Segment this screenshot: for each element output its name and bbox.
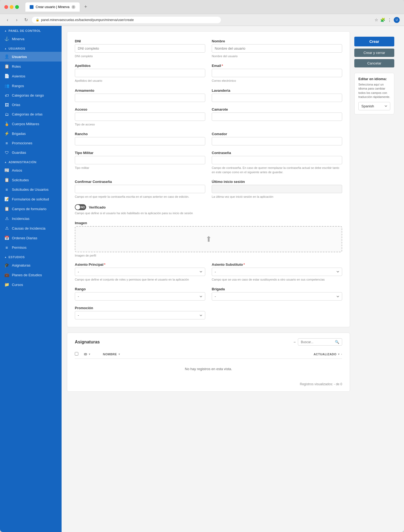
asignaturas-search-input[interactable] <box>301 340 333 344</box>
browser-tab[interactable]: Crear usuario | Minerva ✕ <box>25 2 80 12</box>
sidebar-item-asientos[interactable]: 📄 Asientos <box>0 71 62 81</box>
contrasena-group: Contraseña Campo de contraseña. En caso … <box>212 151 342 174</box>
sidebar-item-guardias[interactable]: 🛡 Guardias <box>0 148 62 157</box>
sidebar-item-planes[interactable]: 💼 Planes de Estudios <box>0 270 62 280</box>
asiento-principal-select[interactable]: - <box>75 268 205 276</box>
nombre-input[interactable] <box>212 44 342 53</box>
armamento-input[interactable] <box>75 94 205 102</box>
email-input[interactable] <box>212 69 342 77</box>
comedor-input[interactable] <box>212 137 342 145</box>
col-nombre-header[interactable]: NOMBRE ▼ <box>103 353 311 356</box>
rancho-input[interactable] <box>75 137 205 145</box>
imagen-section: Imagen ⬆ Imagen de perfil <box>75 221 342 257</box>
select-all-checkbox[interactable] <box>75 352 78 356</box>
sidebar-item-campos-formulario[interactable]: 📋 Campos de formulario <box>0 204 62 214</box>
usuarios-section-label: USUARIOS <box>8 47 25 50</box>
menu-icon[interactable]: ⋮ <box>388 18 392 22</box>
crear-button[interactable]: Crear <box>354 37 394 46</box>
dni-label: DNI <box>75 39 205 43</box>
collapse-icon-usuarios: ▲ <box>4 47 7 50</box>
asiento-substituto-hint: Campo que se usa en caso de estar sustit… <box>212 278 342 282</box>
sidebar-item-brigadas[interactable]: ⚡ Brigadas <box>0 129 62 138</box>
crear-cerrar-button[interactable]: Crear y cerrar <box>354 49 394 57</box>
sidebar-item-categorias-rango[interactable]: 🏷 Categorías de rango <box>0 91 62 100</box>
sidebar-item-minerva[interactable]: ⚓ Minerva <box>0 34 62 44</box>
sidebar-item-asignaturas[interactable]: 🎓 Asignaturas <box>0 260 62 270</box>
sidebar-item-avisos[interactable]: 📰 Avisos <box>0 165 62 175</box>
contrasena-input[interactable] <box>212 156 342 164</box>
sort-nombre-icon: ▼ <box>118 353 120 356</box>
bookmark-icon[interactable]: ☆ <box>375 18 378 22</box>
sidebar-item-cursos[interactable]: 📁 Cursos <box>0 280 62 289</box>
verificado-section: NO Verificado Campo que define si el usu… <box>75 204 342 215</box>
cancelar-button[interactable]: Cancelar <box>354 59 394 67</box>
sidebar-item-solicitudes-usuarios[interactable]: ≡ Solicitudes de Usuarios <box>0 185 62 194</box>
sidebar-minerva-label: Minerva <box>12 37 24 41</box>
minimize-window-button[interactable] <box>10 5 14 9</box>
sidebar-item-orlas[interactable]: 🖼 Orlas <box>0 100 62 110</box>
col-id-header[interactable]: ID ▼ <box>84 353 100 356</box>
orlas-icon: 🖼 <box>4 103 9 107</box>
sidebar-item-causas[interactable]: ⚠ Causas de Incidencia <box>0 223 62 233</box>
close-window-button[interactable] <box>4 5 8 9</box>
asientos-icon: 📄 <box>4 74 9 79</box>
sidebar: ▲ PANEL DE CONTROL ⚓ Minerva ▲ USUARIOS … <box>0 26 62 532</box>
camarote-input[interactable] <box>212 112 342 121</box>
url-text: panel.minervaescuelas.es/backend/pumpun/… <box>41 18 134 22</box>
sidebar-item-promociones[interactable]: ≡ Promociones <box>0 138 62 148</box>
browser-window: Crear usuario | Minerva ✕ + ‹ › ↻ 🔒 pane… <box>0 0 404 532</box>
upload-content: ⬆ <box>206 235 212 244</box>
asiento-substituto-label: Asiento Substituto* <box>212 262 342 267</box>
search-bar: 🔍 <box>298 338 342 346</box>
sol-usuarios-icon: ≡ <box>4 187 9 192</box>
profile-avatar[interactable]: U <box>394 17 400 23</box>
apellidos-group: Apellidos Apellidos del usuario <box>75 64 205 83</box>
forward-button[interactable]: › <box>14 18 20 22</box>
maximize-window-button[interactable] <box>15 5 19 9</box>
asiento-substituto-select[interactable]: - <box>212 268 342 276</box>
usuarios-section-header: ▲ USUARIOS <box>0 44 62 52</box>
acceso-input[interactable] <box>75 112 205 121</box>
sidebar-item-roles[interactable]: 📋 Roles <box>0 62 62 71</box>
sidebar-rangos-label: Rangos <box>12 84 24 88</box>
sidebar-guardias-label: Guardias <box>12 151 26 155</box>
confirmar-contrasena-input[interactable] <box>75 185 205 193</box>
tab-close-button[interactable]: ✕ <box>72 5 75 9</box>
sidebar-item-usuarios[interactable]: 👤 Usuarios <box>0 52 62 62</box>
sidebar-item-cuerpos-militares[interactable]: 🏅 Cuerpos Militares <box>0 119 62 129</box>
dni-input[interactable] <box>75 44 205 53</box>
sidebar-item-ordenes[interactable]: 📅 Ordenes Diarias <box>0 233 62 243</box>
sidebar-item-permisos[interactable]: ≡ Permisos <box>0 243 62 252</box>
sidebar-item-incidencias[interactable]: ⚠ Incidencias <box>0 214 62 223</box>
sidebar-planes-label: Planes de Estudios <box>12 273 42 277</box>
avisos-icon: 📰 <box>4 168 9 173</box>
sidebar-item-rangos[interactable]: 👥 Rangos <box>0 81 62 91</box>
toggle-no-label: NO <box>81 206 85 209</box>
image-upload-area[interactable]: ⬆ <box>75 226 342 252</box>
imagen-hint: Imagen de perfil <box>75 254 342 257</box>
address-bar[interactable]: 🔒 panel.minervaescuelas.es/backend/pumpu… <box>32 17 221 23</box>
sidebar-item-categorias-orlas[interactable]: 🗂 Categorías de orlas <box>0 110 62 119</box>
rango-select[interactable]: - <box>75 292 205 301</box>
solicitudes-icon: 📋 <box>4 178 9 182</box>
ultimo-inicio-group: Último inicio sesión La última vez que i… <box>212 180 342 199</box>
browser-addressbar: ‹ › ↻ 🔒 panel.minervaescuelas.es/backend… <box>0 14 404 26</box>
sidebar-item-formularios[interactable]: 📝 Formularios de solicitud <box>0 194 62 204</box>
back-button[interactable]: ‹ <box>4 18 11 22</box>
sidebar-item-solicitudes[interactable]: 📋 Solicitudes <box>0 175 62 185</box>
rango-label: Rango <box>75 287 205 291</box>
reload-button[interactable]: ↻ <box>23 17 29 22</box>
asignaturas-expand-button[interactable]: − <box>294 340 296 344</box>
apellidos-input[interactable] <box>75 69 205 77</box>
rancho-group: Rancho <box>75 132 205 145</box>
cat-orlas-icon: 🗂 <box>4 112 9 117</box>
verificado-toggle[interactable]: NO <box>75 204 86 210</box>
brigada-select[interactable]: - <box>212 292 342 301</box>
tipo-militar-input[interactable] <box>75 156 205 164</box>
lang-select[interactable]: Spanish English French <box>358 102 390 110</box>
col-actualizado-header[interactable]: ACTUALIZADO ▼ › <box>314 353 342 356</box>
new-tab-button[interactable]: + <box>82 3 89 11</box>
promocion-select[interactable]: - <box>75 311 205 319</box>
extensions-icon[interactable]: 🧩 <box>380 18 385 22</box>
lavanderia-input[interactable] <box>212 94 342 102</box>
